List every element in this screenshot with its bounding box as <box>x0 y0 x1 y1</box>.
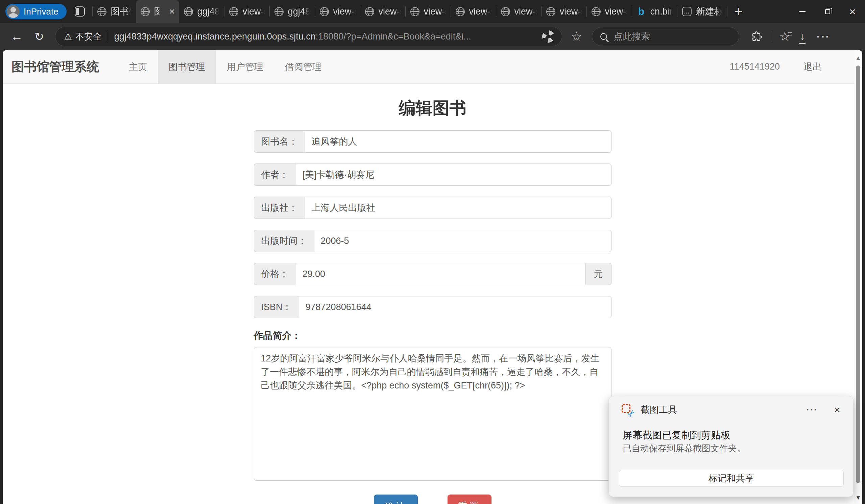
form-row-author: 作者： <box>254 164 611 186</box>
scroll-down-arrow-icon[interactable]: ▼ <box>854 494 862 501</box>
scroll-up-arrow-icon[interactable]: ▲ <box>854 55 862 61</box>
price-unit-label: 元 <box>586 263 611 285</box>
tab-view-source[interactable]: view-s <box>406 0 451 23</box>
globe-icon <box>141 7 150 16</box>
tab-label: view-s <box>469 7 492 17</box>
page-scrollbar[interactable]: ▲ ▼ <box>854 50 862 504</box>
globe-icon <box>275 7 284 16</box>
globe-icon <box>184 7 193 16</box>
search-box[interactable]: 点此搜索 <box>592 27 739 46</box>
tab-bing[interactable]: b cn.bin <box>632 0 677 23</box>
price-label: 价格： <box>254 263 296 285</box>
edit-book-form: 图书名： 作者： 出版社： 出版时间： 价格： 元 ISBN： <box>254 130 611 504</box>
search-icon <box>600 33 607 40</box>
more-menu-icon[interactable]: ··· <box>817 30 830 43</box>
tab-label: 图书馆 <box>111 5 132 17</box>
favorites-hub-icon[interactable]: ☆ <box>780 30 790 44</box>
tab-label: view-s <box>424 7 447 17</box>
new-tab-button[interactable]: + <box>734 4 743 19</box>
globe-icon <box>229 7 238 16</box>
tab-label: view-s <box>243 7 266 17</box>
tab-view-source[interactable]: view-s <box>451 0 496 23</box>
toast-header: ✂ 截图工具 ··· × <box>622 403 840 417</box>
restore-button[interactable] <box>815 0 840 23</box>
close-window-button[interactable]: × <box>840 0 865 23</box>
form-row-publisher: 出版社： <box>254 197 611 219</box>
toolbar-right-icons: ☆ ↓ ··· <box>751 30 840 44</box>
tab-view-source[interactable]: view-s <box>360 0 406 23</box>
author-label: 作者： <box>254 164 296 186</box>
browser-window: InPrivate 图书馆 图 × ggj48 view-s ggj48 vie… <box>0 0 865 504</box>
back-button[interactable]: ← <box>11 30 23 44</box>
globe-icon <box>546 7 555 16</box>
publish-date-input[interactable] <box>314 230 611 252</box>
confirm-button[interactable]: 确认 <box>374 494 418 504</box>
restore-icon <box>825 9 830 14</box>
isbn-input[interactable] <box>299 296 611 318</box>
tab-label: view-s <box>379 7 402 17</box>
downloads-icon[interactable]: ↓ <box>800 30 805 43</box>
globe-icon <box>97 7 106 16</box>
browser-toolbar: ← ↻ ⚠ 不安全 ggj4833p4wxqqyeq.instance.peng… <box>0 23 865 50</box>
swirl-icon[interactable] <box>542 31 554 43</box>
nav-item-book-management[interactable]: 图书管理 <box>158 50 216 83</box>
security-warning-icon[interactable]: ⚠ <box>64 32 72 42</box>
minimize-icon <box>799 11 806 12</box>
intro-textarea[interactable] <box>254 347 611 481</box>
scrollbar-thumb[interactable] <box>856 66 860 483</box>
tab-actions-menu-icon[interactable] <box>74 6 85 17</box>
form-row-price: 价格： 元 <box>254 263 611 285</box>
tab-view-source[interactable]: view-s <box>496 0 542 23</box>
tab-label: ggj48 <box>288 7 310 17</box>
nav-item-user-management[interactable]: 用户管理 <box>216 50 274 83</box>
author-input[interactable] <box>296 164 611 186</box>
extensions-icon[interactable] <box>751 31 763 43</box>
toolbar-separator <box>771 31 771 42</box>
globe-icon <box>455 7 465 16</box>
globe-icon <box>501 7 510 16</box>
site-brand[interactable]: 图书馆管理系统 <box>11 58 99 75</box>
tab-view-source[interactable]: view-s <box>315 0 360 23</box>
security-label[interactable]: 不安全 <box>76 31 102 43</box>
address-bar[interactable]: ⚠ 不安全 ggj4833p4wxqqyeq.instance.penguin.… <box>55 27 562 46</box>
navbar-right: 1145141920 退出 <box>730 50 862 83</box>
globe-icon <box>320 7 329 16</box>
toast-more-icon[interactable]: ··· <box>806 405 818 415</box>
snipping-tool-icon: ✂ <box>622 404 633 415</box>
refresh-button[interactable]: ↻ <box>34 30 44 43</box>
isbn-label: ISBN： <box>254 296 299 318</box>
tab-ggj48[interactable]: ggj48 <box>179 0 224 23</box>
tab-view-source[interactable]: view-s <box>587 0 632 23</box>
tab-new-tab-page[interactable]: 新建标 <box>677 0 727 23</box>
toast-close-icon[interactable]: × <box>834 405 840 414</box>
globe-icon <box>591 7 601 16</box>
bing-icon: b <box>637 7 646 16</box>
form-row-isbn: ISBN： <box>254 296 611 318</box>
reset-button[interactable]: 重置 <box>448 494 492 504</box>
mark-and-share-button[interactable]: 标记和共享 <box>619 470 844 487</box>
minimize-button[interactable] <box>790 0 815 23</box>
tab-library-system[interactable]: 图书馆 <box>93 0 136 23</box>
form-buttons: 确认 重置 <box>254 494 611 504</box>
nav-item-home[interactable]: 主页 <box>118 50 158 83</box>
tab-view-source[interactable]: view-s <box>224 0 270 23</box>
add-favorite-star-icon[interactable]: ☆ <box>571 29 583 44</box>
tab-label: ggj48 <box>197 7 220 17</box>
nav-item-borrow-management[interactable]: 借阅管理 <box>274 50 332 83</box>
tab-view-source[interactable]: view-s <box>542 0 587 23</box>
window-controls: × <box>790 0 865 23</box>
toast-app-name: 截图工具 <box>641 404 677 416</box>
inprivate-badge[interactable]: InPrivate <box>5 4 67 19</box>
price-input[interactable] <box>296 263 586 285</box>
close-icon: × <box>849 7 856 16</box>
tab-ggj48[interactable]: ggj48 <box>270 0 315 23</box>
book-name-input[interactable] <box>305 130 611 153</box>
publisher-input[interactable] <box>305 197 611 219</box>
publish-date-label: 出版时间： <box>254 230 314 252</box>
logout-link[interactable]: 退出 <box>804 61 822 73</box>
user-id-label[interactable]: 1145141920 <box>730 61 780 72</box>
tab-label: view-s <box>605 7 628 17</box>
tab-active-edit-book[interactable]: 图 × <box>136 0 179 23</box>
tab-label: 图 <box>154 5 160 17</box>
close-icon[interactable]: × <box>169 7 175 16</box>
